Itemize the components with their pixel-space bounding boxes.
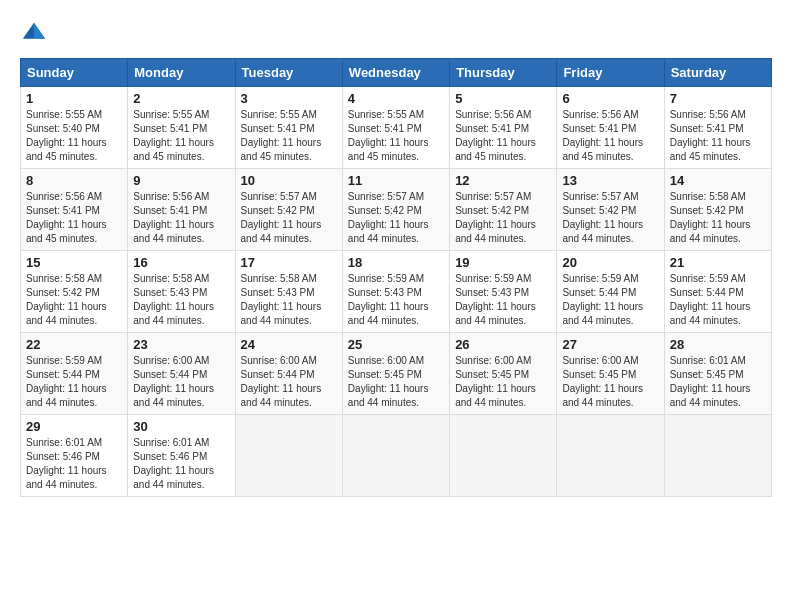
calendar-table: SundayMondayTuesdayWednesdayThursdayFrid… [20, 58, 772, 497]
day-info: Sunrise: 5:59 AMSunset: 5:43 PMDaylight:… [455, 273, 536, 326]
calendar-week-row: 15 Sunrise: 5:58 AMSunset: 5:42 PMDaylig… [21, 251, 772, 333]
calendar-cell: 25 Sunrise: 6:00 AMSunset: 5:45 PMDaylig… [342, 333, 449, 415]
day-number: 2 [133, 91, 229, 106]
weekday-header-monday: Monday [128, 59, 235, 87]
calendar-week-row: 8 Sunrise: 5:56 AMSunset: 5:41 PMDayligh… [21, 169, 772, 251]
day-info: Sunrise: 6:01 AMSunset: 5:45 PMDaylight:… [670, 355, 751, 408]
calendar-cell: 22 Sunrise: 5:59 AMSunset: 5:44 PMDaylig… [21, 333, 128, 415]
weekday-header-friday: Friday [557, 59, 664, 87]
calendar-cell: 12 Sunrise: 5:57 AMSunset: 5:42 PMDaylig… [450, 169, 557, 251]
day-info: Sunrise: 5:58 AMSunset: 5:42 PMDaylight:… [26, 273, 107, 326]
calendar-cell: 10 Sunrise: 5:57 AMSunset: 5:42 PMDaylig… [235, 169, 342, 251]
calendar-week-row: 29 Sunrise: 6:01 AMSunset: 5:46 PMDaylig… [21, 415, 772, 497]
day-info: Sunrise: 5:58 AMSunset: 5:43 PMDaylight:… [133, 273, 214, 326]
day-number: 21 [670, 255, 766, 270]
day-info: Sunrise: 5:57 AMSunset: 5:42 PMDaylight:… [348, 191, 429, 244]
day-number: 12 [455, 173, 551, 188]
day-info: Sunrise: 5:57 AMSunset: 5:42 PMDaylight:… [455, 191, 536, 244]
calendar-cell: 11 Sunrise: 5:57 AMSunset: 5:42 PMDaylig… [342, 169, 449, 251]
calendar-cell: 13 Sunrise: 5:57 AMSunset: 5:42 PMDaylig… [557, 169, 664, 251]
day-number: 7 [670, 91, 766, 106]
day-info: Sunrise: 6:00 AMSunset: 5:45 PMDaylight:… [562, 355, 643, 408]
day-number: 25 [348, 337, 444, 352]
page-header [20, 20, 772, 48]
calendar-cell: 16 Sunrise: 5:58 AMSunset: 5:43 PMDaylig… [128, 251, 235, 333]
day-number: 8 [26, 173, 122, 188]
day-info: Sunrise: 6:00 AMSunset: 5:45 PMDaylight:… [455, 355, 536, 408]
day-number: 19 [455, 255, 551, 270]
calendar-cell: 15 Sunrise: 5:58 AMSunset: 5:42 PMDaylig… [21, 251, 128, 333]
calendar-cell: 24 Sunrise: 6:00 AMSunset: 5:44 PMDaylig… [235, 333, 342, 415]
day-info: Sunrise: 5:59 AMSunset: 5:43 PMDaylight:… [348, 273, 429, 326]
day-number: 4 [348, 91, 444, 106]
calendar-week-row: 1 Sunrise: 5:55 AMSunset: 5:40 PMDayligh… [21, 87, 772, 169]
calendar-cell: 27 Sunrise: 6:00 AMSunset: 5:45 PMDaylig… [557, 333, 664, 415]
calendar-cell: 28 Sunrise: 6:01 AMSunset: 5:45 PMDaylig… [664, 333, 771, 415]
calendar-cell: 18 Sunrise: 5:59 AMSunset: 5:43 PMDaylig… [342, 251, 449, 333]
day-number: 30 [133, 419, 229, 434]
calendar-cell [664, 415, 771, 497]
calendar-cell: 23 Sunrise: 6:00 AMSunset: 5:44 PMDaylig… [128, 333, 235, 415]
day-number: 1 [26, 91, 122, 106]
day-info: Sunrise: 5:56 AMSunset: 5:41 PMDaylight:… [26, 191, 107, 244]
day-info: Sunrise: 5:56 AMSunset: 5:41 PMDaylight:… [670, 109, 751, 162]
calendar-cell: 1 Sunrise: 5:55 AMSunset: 5:40 PMDayligh… [21, 87, 128, 169]
day-number: 26 [455, 337, 551, 352]
calendar-cell: 30 Sunrise: 6:01 AMSunset: 5:46 PMDaylig… [128, 415, 235, 497]
calendar-cell: 2 Sunrise: 5:55 AMSunset: 5:41 PMDayligh… [128, 87, 235, 169]
logo [20, 20, 52, 48]
weekday-header-wednesday: Wednesday [342, 59, 449, 87]
day-info: Sunrise: 5:58 AMSunset: 5:42 PMDaylight:… [670, 191, 751, 244]
calendar-cell: 9 Sunrise: 5:56 AMSunset: 5:41 PMDayligh… [128, 169, 235, 251]
day-info: Sunrise: 5:59 AMSunset: 5:44 PMDaylight:… [26, 355, 107, 408]
calendar-cell: 14 Sunrise: 5:58 AMSunset: 5:42 PMDaylig… [664, 169, 771, 251]
calendar-week-row: 22 Sunrise: 5:59 AMSunset: 5:44 PMDaylig… [21, 333, 772, 415]
day-info: Sunrise: 5:56 AMSunset: 5:41 PMDaylight:… [133, 191, 214, 244]
day-number: 6 [562, 91, 658, 106]
day-number: 17 [241, 255, 337, 270]
day-number: 16 [133, 255, 229, 270]
day-number: 20 [562, 255, 658, 270]
calendar-cell: 17 Sunrise: 5:58 AMSunset: 5:43 PMDaylig… [235, 251, 342, 333]
day-number: 29 [26, 419, 122, 434]
day-info: Sunrise: 6:01 AMSunset: 5:46 PMDaylight:… [133, 437, 214, 490]
day-number: 13 [562, 173, 658, 188]
day-number: 3 [241, 91, 337, 106]
calendar-cell: 5 Sunrise: 5:56 AMSunset: 5:41 PMDayligh… [450, 87, 557, 169]
day-number: 28 [670, 337, 766, 352]
calendar-cell: 29 Sunrise: 6:01 AMSunset: 5:46 PMDaylig… [21, 415, 128, 497]
day-number: 18 [348, 255, 444, 270]
day-number: 22 [26, 337, 122, 352]
day-info: Sunrise: 5:55 AMSunset: 5:41 PMDaylight:… [348, 109, 429, 162]
weekday-header-tuesday: Tuesday [235, 59, 342, 87]
calendar-cell [450, 415, 557, 497]
calendar-cell [235, 415, 342, 497]
calendar-cell [342, 415, 449, 497]
calendar-cell: 21 Sunrise: 5:59 AMSunset: 5:44 PMDaylig… [664, 251, 771, 333]
day-number: 9 [133, 173, 229, 188]
weekday-header-thursday: Thursday [450, 59, 557, 87]
day-number: 14 [670, 173, 766, 188]
calendar-cell: 7 Sunrise: 5:56 AMSunset: 5:41 PMDayligh… [664, 87, 771, 169]
day-number: 10 [241, 173, 337, 188]
day-info: Sunrise: 6:00 AMSunset: 5:44 PMDaylight:… [241, 355, 322, 408]
svg-marker-2 [34, 23, 45, 39]
calendar-cell: 20 Sunrise: 5:59 AMSunset: 5:44 PMDaylig… [557, 251, 664, 333]
day-number: 15 [26, 255, 122, 270]
day-info: Sunrise: 5:56 AMSunset: 5:41 PMDaylight:… [455, 109, 536, 162]
calendar-cell: 3 Sunrise: 5:55 AMSunset: 5:41 PMDayligh… [235, 87, 342, 169]
day-info: Sunrise: 5:59 AMSunset: 5:44 PMDaylight:… [562, 273, 643, 326]
logo-icon [20, 20, 48, 48]
day-info: Sunrise: 5:55 AMSunset: 5:40 PMDaylight:… [26, 109, 107, 162]
day-info: Sunrise: 6:01 AMSunset: 5:46 PMDaylight:… [26, 437, 107, 490]
calendar-cell: 8 Sunrise: 5:56 AMSunset: 5:41 PMDayligh… [21, 169, 128, 251]
day-number: 24 [241, 337, 337, 352]
day-number: 11 [348, 173, 444, 188]
day-number: 5 [455, 91, 551, 106]
day-info: Sunrise: 5:55 AMSunset: 5:41 PMDaylight:… [133, 109, 214, 162]
day-number: 23 [133, 337, 229, 352]
day-info: Sunrise: 5:55 AMSunset: 5:41 PMDaylight:… [241, 109, 322, 162]
weekday-header-sunday: Sunday [21, 59, 128, 87]
day-info: Sunrise: 5:59 AMSunset: 5:44 PMDaylight:… [670, 273, 751, 326]
calendar-cell: 26 Sunrise: 6:00 AMSunset: 5:45 PMDaylig… [450, 333, 557, 415]
